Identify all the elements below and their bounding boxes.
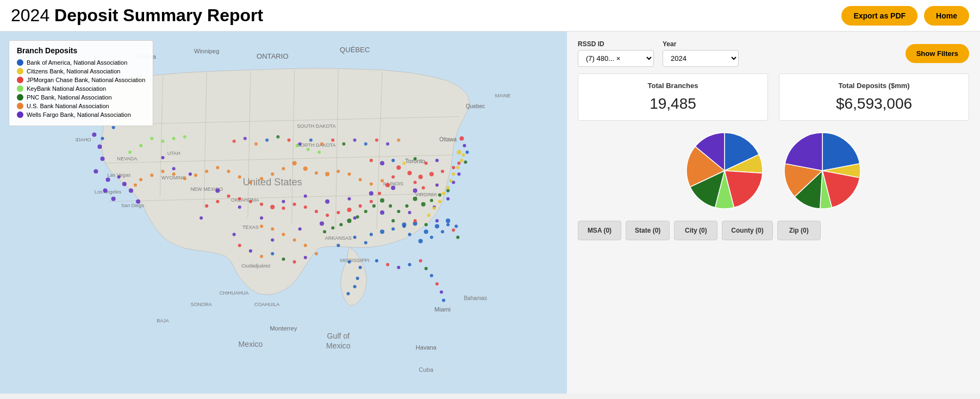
svg-text:QUÉBEC: QUÉBEC — [340, 46, 370, 54]
svg-point-116 — [391, 175, 395, 178]
year-select[interactable]: 2024 — [663, 50, 739, 67]
svg-point-79 — [298, 227, 302, 230]
svg-point-191 — [427, 214, 430, 217]
legend-item: PNC Bank, National Association — [17, 94, 145, 101]
svg-point-184 — [456, 166, 459, 169]
svg-point-100 — [364, 241, 367, 244]
svg-text:Ciudadjuárez: Ciudadjuárez — [241, 263, 271, 269]
svg-text:Winnipeg: Winnipeg — [194, 48, 219, 54]
svg-point-207 — [298, 142, 302, 146]
legend-item-label: Wells Fargo Bank, National Association — [27, 111, 131, 118]
svg-text:NORTH DAKOTA: NORTH DAKOTA — [297, 142, 336, 148]
svg-point-106 — [356, 277, 359, 280]
filter-tab[interactable]: State (0) — [626, 221, 670, 240]
main-layout: ONTARIO QUÉBEC Regina Winnipeg United St… — [0, 32, 980, 394]
filter-tab[interactable]: County (0) — [722, 221, 772, 240]
svg-point-145 — [238, 175, 241, 178]
svg-point-76 — [199, 216, 203, 220]
svg-point-171 — [405, 204, 409, 208]
svg-text:ONTARIO: ONTARIO — [257, 52, 289, 60]
svg-point-59 — [117, 175, 121, 178]
svg-point-67 — [304, 195, 307, 198]
svg-point-166 — [413, 197, 417, 201]
svg-point-107 — [353, 285, 357, 288]
branches-pie-chart — [681, 127, 768, 214]
svg-point-250 — [425, 223, 428, 226]
deposits-stat-box: Total Deposits ($mm) $6,593,006 — [779, 73, 969, 121]
svg-text:VIRGINIA: VIRGINIA — [415, 192, 438, 197]
svg-point-156 — [336, 170, 340, 173]
svg-point-183 — [460, 159, 463, 162]
svg-text:San Diego: San Diego — [121, 203, 144, 208]
show-filters-button[interactable]: Show Filters — [906, 44, 969, 63]
svg-point-165 — [260, 225, 263, 228]
svg-point-92 — [430, 235, 433, 239]
svg-point-213 — [364, 142, 367, 146]
svg-point-120 — [359, 204, 362, 208]
legend-dot — [17, 94, 23, 101]
svg-point-69 — [348, 197, 351, 201]
svg-point-83 — [408, 211, 411, 214]
svg-text:Cuba: Cuba — [419, 366, 434, 373]
filter-tab[interactable]: City (0) — [674, 221, 717, 240]
svg-point-80 — [320, 221, 324, 226]
svg-point-78 — [271, 238, 274, 241]
svg-point-242 — [391, 159, 395, 162]
top-bar: 2024 Deposit Summary Report Export as PD… — [0, 0, 980, 32]
export-pdf-button[interactable]: Export as PDF — [841, 6, 917, 26]
svg-point-199 — [307, 148, 310, 151]
rssd-select[interactable]: (7) 480... × — [578, 50, 654, 67]
legend-item-label: Citizens Bank, National Association — [27, 68, 120, 74]
svg-point-148 — [205, 170, 208, 173]
home-button[interactable]: Home — [924, 6, 969, 26]
svg-point-247 — [391, 219, 395, 222]
svg-point-193 — [161, 140, 164, 143]
svg-point-196 — [139, 144, 142, 147]
svg-point-188 — [442, 192, 445, 195]
svg-point-208 — [309, 139, 313, 142]
svg-point-248 — [402, 222, 406, 227]
svg-text:NEVADA: NEVADA — [117, 156, 138, 161]
branches-pie-container — [681, 127, 768, 214]
svg-point-103 — [336, 244, 340, 247]
filter-tab[interactable]: Zip (0) — [777, 221, 821, 240]
legend-item-label: JPMorgan Chase Bank, National Associatio… — [27, 77, 145, 83]
svg-point-73 — [435, 184, 439, 187]
svg-point-75 — [457, 172, 460, 176]
svg-point-209 — [320, 142, 323, 146]
svg-text:Quebec: Quebec — [466, 103, 485, 109]
svg-text:OKLAHOMA: OKLAHOMA — [231, 197, 259, 203]
svg-point-64 — [238, 205, 241, 209]
legend-item: JPMorgan Chase Bank, National Associatio… — [17, 77, 145, 83]
svg-point-195 — [183, 135, 186, 139]
svg-point-153 — [150, 173, 153, 177]
svg-point-129 — [260, 203, 263, 206]
svg-text:COAHUILA: COAHUILA — [254, 302, 280, 307]
svg-point-157 — [348, 172, 351, 176]
svg-point-97 — [391, 227, 395, 230]
stats-row: Total Branches 19,485 Total Deposits ($m… — [578, 73, 969, 121]
svg-point-66 — [282, 200, 285, 203]
svg-point-185 — [452, 172, 455, 176]
svg-point-140 — [325, 172, 329, 176]
legend-item: Bank of America, National Association — [17, 59, 145, 66]
rssd-filter-group: RSSD ID (7) 480... × — [578, 40, 654, 67]
svg-point-141 — [282, 167, 285, 170]
svg-point-204 — [265, 139, 269, 142]
svg-point-90 — [408, 233, 411, 236]
svg-point-222 — [238, 244, 241, 247]
svg-point-229 — [315, 252, 318, 255]
svg-text:UTAH: UTAH — [167, 151, 180, 156]
svg-point-177 — [356, 215, 359, 219]
filter-tab[interactable]: MSA (0) — [578, 221, 621, 240]
svg-point-102 — [101, 137, 104, 140]
svg-point-154 — [139, 178, 142, 181]
svg-point-194 — [172, 137, 176, 140]
svg-point-202 — [244, 137, 247, 140]
svg-point-161 — [271, 227, 274, 230]
map-legend: Branch Deposits Bank of America, Nationa… — [9, 40, 153, 126]
legend-dot — [17, 111, 23, 118]
svg-point-74 — [452, 180, 455, 184]
svg-point-49 — [92, 133, 96, 137]
svg-point-125 — [304, 205, 307, 209]
